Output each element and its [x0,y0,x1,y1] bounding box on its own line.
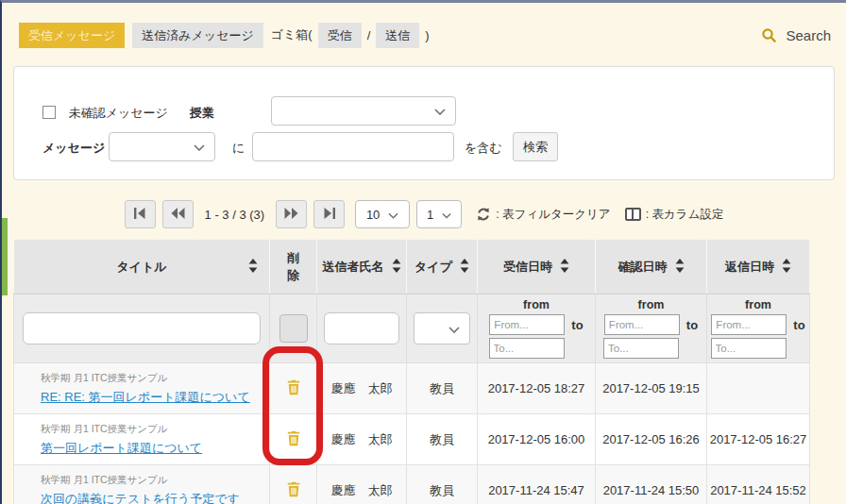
message-title-link[interactable]: RE: RE: 第一回レポート課題について [41,390,250,404]
header-received-label: 受信日時 [503,259,552,276]
from-label: from [638,298,665,311]
header-type[interactable]: タイプ [407,240,478,294]
header-confirmed[interactable]: 確認日時 [596,240,707,294]
page-number-select[interactable]: 1 [416,200,462,228]
row-replied: 2017-12-05 16:27 [707,414,810,465]
title-filter-input[interactable] [23,312,261,344]
chevron-down-icon [388,208,398,222]
message-table: タイトル 削除 送信者氏名 [13,239,810,504]
search-control[interactable]: Search [761,27,831,43]
message-tab-bar: 受信メッセージ 送信済みメッセージ ゴミ箱( 受信 / 送信 ) Search [19,21,831,49]
received-date-filter: from to [478,294,595,362]
last-page-icon [323,208,336,222]
table-filter-row: from to from [14,294,810,363]
unread-checkbox[interactable] [42,106,56,119]
app-window: 受信メッセージ 送信済みメッセージ ゴミ箱( 受信 / 送信 ) Search … [0,0,846,504]
replied-from-input[interactable] [711,314,787,335]
row-confirmed: 2017-12-05 19:15 [596,363,707,414]
row-course-label: 秋学期 月1 ITC授業サンプル [41,474,269,487]
message-field-select[interactable] [109,132,215,161]
contains-label: を含む [465,140,502,157]
trash-icon[interactable] [286,379,301,395]
header-delete: 削除 [270,240,317,294]
table-columns-icon[interactable] [625,208,641,221]
first-page-icon [133,208,146,222]
course-select[interactable] [271,96,456,126]
first-page-button[interactable] [125,200,156,228]
row-sender: 慶應 太郎 [317,465,407,504]
header-title[interactable]: タイトル [14,240,270,294]
course-label: 授業 [190,105,214,122]
tab-trash-inbound[interactable]: 受信 [318,23,362,48]
tab-inbox[interactable]: 受信メッセージ [19,23,125,48]
row-received: 2017-11-24 15:47 [478,465,596,504]
search-label: Search [786,27,831,43]
message-label: メッセージ [42,140,105,157]
row-sender: 慶應 太郎 [317,363,407,414]
type-filter-select[interactable] [414,312,470,344]
table-header-row: タイトル 削除 送信者氏名 [14,240,810,294]
confirmed-from-input[interactable] [604,314,680,335]
column-settings-legend: : 表カラム設定 [625,207,724,223]
header-sender[interactable]: 送信者氏名 [317,240,407,294]
header-sender-label: 送信者氏名 [323,259,384,276]
trash-icon[interactable] [286,430,301,446]
page-size-select[interactable]: 10 [355,200,410,228]
row-course-label: 秋学期 月1 ITC授業サンプル [41,372,269,385]
to-label: to [571,318,583,332]
sort-icon[interactable] [460,259,469,276]
message-title-link[interactable]: 第一回レポート課題について [41,441,202,455]
filter-clear-legend: : 表フィルタークリア [476,207,611,223]
header-replied[interactable]: 返信日時 [707,240,810,294]
trash-icon[interactable] [286,481,301,497]
table-row: 秋学期 月1 ITC授業サンプル 第一回レポート課題について 慶 [14,414,810,465]
keyword-input[interactable] [252,132,454,161]
row-confirmed: 2017-11-24 15:50 [596,465,707,504]
replied-to-input[interactable] [711,338,787,359]
row-type: 教員 [407,414,478,465]
confirmed-to-input[interactable] [603,338,679,359]
tab-trash-outbound[interactable]: 送信 [376,23,419,48]
chevron-down-icon [434,104,446,118]
left-edge-green-strip [2,218,8,295]
trash-label-suffix: ) [425,28,429,42]
refresh-icon[interactable] [476,207,491,222]
delete-filter-box[interactable] [279,314,308,343]
sort-icon[interactable] [392,259,401,276]
received-from-input[interactable] [489,314,565,335]
trash-label-prefix: ゴミ箱( [271,26,313,43]
last-page-button[interactable] [313,200,345,228]
sort-icon[interactable] [675,259,685,276]
page-size-value: 10 [366,208,380,222]
search-button[interactable]: 検索 [513,132,558,161]
sort-icon[interactable] [782,259,791,276]
tab-sent[interactable]: 送信済みメッセージ [132,23,263,48]
filter-panel: 未確認メッセージ 授業 メッセージ に を含む 検索 [13,66,835,180]
row-type: 教員 [407,465,478,504]
chevron-down-icon [448,322,460,336]
sender-filter-input[interactable] [324,312,399,344]
next-page-icon [284,208,298,222]
sort-icon[interactable] [560,259,569,276]
prev-page-button[interactable] [162,200,194,228]
row-received: 2017-12-05 16:00 [478,414,596,465]
table-row: 秋学期 月1 ITC授業サンプル RE: RE: 第一回レポート課題について [14,363,810,414]
row-received: 2017-12-05 18:27 [478,363,596,414]
row-replied [707,363,810,414]
filter-clear-label: : 表フィルタークリア [496,207,611,223]
header-received[interactable]: 受信日時 [478,240,596,294]
confirmed-date-filter: from to [596,294,706,362]
next-page-button[interactable] [276,200,307,228]
to-label: to [686,318,698,332]
header-replied-label: 返信日時 [725,259,774,276]
sort-icon[interactable] [248,259,258,276]
received-to-input[interactable] [489,338,565,359]
from-label: from [523,298,550,311]
page-number-value: 1 [427,208,433,222]
row-replied: 2017-11-24 15:52 [707,465,810,504]
prev-page-icon [171,208,185,222]
table-row: 秋学期 月1 ITC授業サンプル 次回の講義にテストを行う予定です [14,465,810,504]
message-title-link[interactable]: 次回の講義にテストを行う予定です [41,492,240,504]
row-sender: 慶應 太郎 [317,414,407,465]
page-range-text: 1 - 3 / 3 (3) [205,208,265,222]
